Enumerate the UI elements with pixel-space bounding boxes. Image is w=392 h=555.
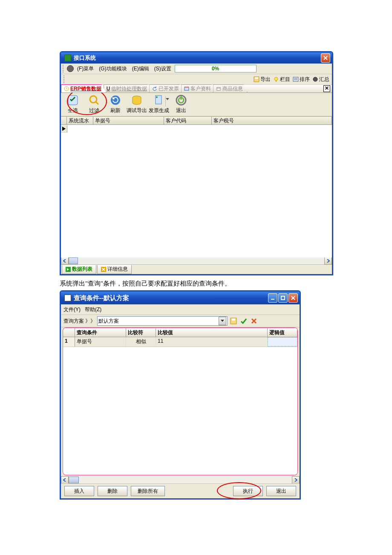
debug-export-button[interactable]: 调试导出 [127,94,147,115]
insert-button[interactable]: 插入 [64,486,94,496]
scroll-right-button[interactable] [292,476,300,484]
chevron-down-icon[interactable] [219,317,226,325]
button-row: 插入 删除 删除所有 执行 退出 [61,483,300,498]
toolbar-right: 导出 栏目 排序 汇总 [61,74,332,85]
menubar: 文件(Y) 帮助(Z) [61,304,300,315]
scroll-thumb[interactable] [69,477,79,483]
x-icon [101,267,106,272]
menubar: (F)菜单 (G)功能模块 (E)编辑 (S)设置 0% [61,64,332,74]
col-taxno[interactable]: 客户税号 [212,117,332,124]
save-scheme-button[interactable] [229,317,238,325]
col-docno[interactable]: 单据号 [93,117,164,124]
card-icon [184,86,189,91]
run-button[interactable]: 执行 [233,486,263,496]
svg-rect-3 [276,81,277,82]
menu-edit[interactable]: (E)编辑 [130,64,151,73]
scheme-combo[interactable]: 默认方案 [97,316,228,326]
grid-body[interactable] [61,125,332,257]
cell-logic[interactable] [268,337,297,347]
maximize-button[interactable] [278,293,288,303]
menu-settings[interactable]: (S)设置 [153,64,173,73]
titlebar[interactable]: 查询条件--默认方案 [61,292,300,304]
scroll-left-button[interactable] [61,476,69,484]
scroll-right-button[interactable] [324,257,332,265]
sort-button[interactable]: 排序 [293,76,310,83]
tab-temp-pending[interactable]: U 临时待处理数据 [104,84,152,92]
filter-button[interactable]: 过滤 [84,94,104,115]
titlebar[interactable]: 接口系统 [61,52,332,64]
query-grid-body[interactable] [63,347,298,475]
invoice-generate-button[interactable]: 发票生成 [148,94,170,115]
exit-button[interactable]: 退出 [171,94,191,115]
close-button[interactable] [288,293,298,303]
col-logic[interactable]: 逻辑值 [268,328,297,337]
cell-condition[interactable]: 单据号 [75,337,126,347]
minimize-button[interactable] [268,293,277,303]
svg-point-12 [111,95,120,105]
query-row[interactable]: 1 单据号 相似 11 [63,337,297,347]
menu-help[interactable]: 帮助(Z) [85,306,101,313]
h-scrollbar[interactable] [61,257,332,264]
col-serial[interactable]: 系统流水号 [67,117,93,124]
col-custcode[interactable]: 客户代码 [164,117,212,124]
search-icon [88,94,100,106]
close-button[interactable] [321,53,330,63]
cancel-button[interactable] [250,317,258,325]
export-button[interactable]: 导出 [254,76,271,83]
undo-icon [152,86,157,91]
menu-file[interactable]: (F)菜单 [75,64,95,73]
col-rownum [63,328,75,337]
menu-module[interactable]: (G)功能模块 [97,64,128,73]
query-grid: 查询条件 比较符 比较值 逻辑值 1 单据号 相似 11 [63,327,298,347]
scroll-track[interactable] [69,257,324,264]
document-icon [153,94,165,106]
scroll-track[interactable] [69,477,292,483]
col-condition[interactable]: 查询条件 [75,328,126,337]
col-operator[interactable]: 比较符 [126,328,156,337]
delete-button[interactable]: 删除 [98,486,127,496]
tab-data-list[interactable]: 数据列表 [62,265,96,274]
tabs-close-button[interactable]: ✕ [323,85,330,92]
tabs: ERP销售数据 U 临时待处理数据 已开发票 客户资料 商品信息 ✕ [61,85,332,93]
tab-erp-sales[interactable]: ERP销售数据 [61,84,106,92]
confirm-button[interactable] [239,317,248,325]
svg-rect-8 [184,87,189,88]
cell-value[interactable]: 11 [156,337,268,347]
h-scrollbar[interactable] [61,477,300,483]
check-icon [240,318,247,324]
tab-invoiced[interactable]: 已开发票 [149,84,184,92]
power-icon [175,94,187,106]
box-icon [216,86,221,91]
tab-customers[interactable]: 客户资料 [181,84,216,92]
scheme-bar: 查询方案 》》 默认方案 [61,315,300,327]
svg-point-5 [313,77,317,81]
scroll-thumb[interactable] [69,257,78,264]
column-button[interactable]: 栏目 [273,76,290,83]
svg-rect-20 [281,296,285,300]
menu-file[interactable]: 文件(Y) [63,306,81,313]
caption-text: 系统弹出"查询"条件，按照自己要求配置好相应的查询条件。 [60,280,332,288]
summary-button[interactable]: 汇总 [312,76,329,83]
scheme-label: 查询方案 》》 [63,318,95,325]
app-icon [64,295,71,301]
row-selector-header [61,117,67,124]
u-prefix: U [107,86,110,92]
exit-button[interactable]: 退出 [266,486,296,496]
menu-icon [67,65,74,72]
chevron-down-icon[interactable] [166,98,169,100]
sort-icon [293,76,299,82]
delete-all-button[interactable]: 删除所有 [131,486,165,496]
refresh-icon [110,94,121,106]
cell-operator[interactable]: 相似 [126,337,156,347]
col-value[interactable]: 比较值 [156,328,268,337]
grip-icon [63,75,66,83]
refresh-button[interactable]: 刷新 [105,94,126,115]
progress-bar: 0% [175,65,257,72]
select-all-button[interactable]: 全选 [63,94,83,115]
tab-products[interactable]: 商品信息 [213,84,248,92]
scroll-left-button[interactable] [61,257,69,265]
grip-icon [63,65,65,72]
bulb-icon [273,76,279,82]
tab-detail[interactable]: 详细信息 [97,265,132,274]
save-icon [254,76,259,82]
